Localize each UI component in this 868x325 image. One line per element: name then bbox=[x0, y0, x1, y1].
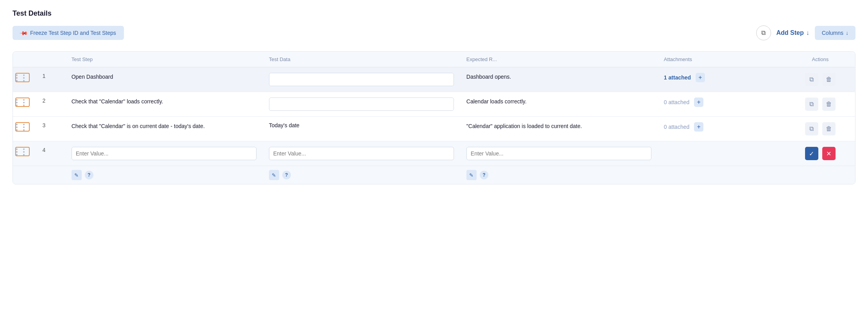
copy-step-button-3[interactable]: ⧉ bbox=[805, 122, 818, 135]
trash-icon-1: 🗑 bbox=[826, 76, 832, 83]
actions-cell-1: ⧉ 🗑 bbox=[786, 67, 855, 92]
close-icon: ✕ bbox=[826, 150, 831, 157]
table-row: 1 Open Dashboard Dashboard opens. 1 atta… bbox=[13, 67, 855, 92]
copy-icon-3: ⧉ bbox=[809, 125, 814, 132]
actions-cell-2: ⧉ 🗑 bbox=[786, 92, 855, 117]
columns-button[interactable]: Columns ↓ bbox=[815, 26, 855, 40]
data-cell-1[interactable] bbox=[263, 67, 460, 92]
footer-step-icons: ✎ ? bbox=[65, 166, 263, 184]
data-cell-2[interactable] bbox=[263, 92, 460, 117]
drag-handle-3[interactable] bbox=[15, 122, 30, 132]
step-cell-1: Open Dashboard bbox=[65, 67, 263, 92]
footer-edit-icon-expected[interactable]: ✎ bbox=[466, 170, 477, 180]
table-header-row: Test Step Test Data Expected R... Attach… bbox=[13, 52, 855, 67]
copy-icon: ⧉ bbox=[761, 29, 766, 36]
footer-drag bbox=[13, 166, 36, 184]
chevron-down-icon: ↓ bbox=[806, 29, 809, 36]
toolbar-right: ⧉ Add Step ↓ Columns ↓ bbox=[756, 25, 855, 40]
table-footer-row: ✎ ? ✎ ? bbox=[13, 166, 855, 184]
help-icon-step: ? bbox=[88, 172, 90, 178]
footer-help-data[interactable]: ? bbox=[282, 171, 291, 179]
drag-handle-1[interactable] bbox=[15, 73, 30, 82]
copy-icon-button[interactable]: ⧉ bbox=[756, 25, 771, 40]
col-header-attachments: Attachments bbox=[658, 52, 786, 67]
col-header-expected: Expected R... bbox=[460, 52, 658, 67]
data-cell-4[interactable] bbox=[263, 141, 460, 166]
expected-cell-3: "Calendar" application is loaded to curr… bbox=[460, 117, 658, 141]
delete-step-button-3[interactable]: 🗑 bbox=[822, 122, 836, 135]
col-header-step: Test Step bbox=[65, 52, 263, 67]
col-header-actions: Actions bbox=[786, 52, 855, 67]
copy-icon-1: ⧉ bbox=[809, 76, 814, 83]
new-step-input[interactable] bbox=[72, 147, 256, 160]
page-title: Test Details bbox=[13, 9, 855, 18]
col-header-num bbox=[36, 52, 65, 67]
delete-step-button-1[interactable]: 🗑 bbox=[822, 73, 836, 86]
confirm-new-row-button[interactable]: ✓ bbox=[805, 147, 818, 160]
new-data-input[interactable] bbox=[269, 147, 454, 160]
freeze-btn-label: Freeze Test Step ID and Test Steps bbox=[30, 30, 116, 36]
edit-icon-data: ✎ bbox=[272, 172, 276, 178]
footer-edit-icon-data[interactable]: ✎ bbox=[269, 170, 279, 180]
page-container: Test Details 📌 Freeze Test Step ID and T… bbox=[0, 0, 868, 325]
drag-cell-3 bbox=[13, 117, 36, 141]
copy-icon-2: ⧉ bbox=[809, 101, 814, 108]
checkmark-icon: ✓ bbox=[809, 150, 814, 157]
help-icon-expected: ? bbox=[482, 172, 485, 178]
actions-cell-3: ⧉ 🗑 bbox=[786, 117, 855, 141]
add-step-label: Add Step bbox=[777, 29, 804, 36]
expected-cell-2: Calendar loads correctly. bbox=[460, 92, 658, 117]
table-row: 4 ✓ bbox=[13, 141, 855, 166]
footer-expected-icons: ✎ ? bbox=[460, 166, 658, 184]
edit-icon-step: ✎ bbox=[74, 172, 79, 178]
test-steps-table: Test Step Test Data Expected R... Attach… bbox=[13, 51, 855, 184]
columns-label: Columns bbox=[822, 30, 843, 36]
freeze-button[interactable]: 📌 Freeze Test Step ID and Test Steps bbox=[13, 26, 124, 40]
actions-cell-4: ✓ ✕ bbox=[786, 141, 855, 166]
table-row: 2 Check that "Calendar" loads correctly.… bbox=[13, 92, 855, 117]
new-expected-input[interactable] bbox=[466, 147, 651, 160]
footer-help-expected[interactable]: ? bbox=[480, 171, 488, 179]
cancel-new-row-button[interactable]: ✕ bbox=[822, 147, 836, 160]
chevron-down-icon-columns: ↓ bbox=[846, 30, 848, 36]
row-num-3: 3 bbox=[36, 117, 65, 141]
drag-handle-4[interactable] bbox=[15, 147, 30, 156]
drag-cell-4 bbox=[13, 141, 36, 166]
delete-step-button-2[interactable]: 🗑 bbox=[822, 98, 836, 111]
trash-icon-2: 🗑 bbox=[826, 101, 832, 108]
copy-step-button-1[interactable]: ⧉ bbox=[805, 73, 818, 86]
footer-actions bbox=[786, 166, 855, 184]
col-header-drag bbox=[13, 52, 36, 67]
data-cell-3: Today's date bbox=[263, 117, 460, 141]
drag-handle-2[interactable] bbox=[15, 98, 30, 107]
data-input-2[interactable] bbox=[269, 98, 454, 111]
toolbar: 📌 Freeze Test Step ID and Test Steps ⧉ A… bbox=[13, 25, 855, 40]
drag-cell-2 bbox=[13, 92, 36, 117]
add-step-button[interactable]: Add Step ↓ bbox=[777, 29, 809, 36]
footer-attach bbox=[658, 166, 786, 184]
footer-help-step[interactable]: ? bbox=[85, 171, 93, 179]
table-row: 3 Check that "Calendar" is on current da… bbox=[13, 117, 855, 141]
trash-icon-3: 🗑 bbox=[826, 125, 832, 132]
attach-add-button-3[interactable]: + bbox=[694, 122, 703, 132]
footer-edit-icon-step[interactable]: ✎ bbox=[72, 170, 82, 180]
col-header-data: Test Data bbox=[263, 52, 460, 67]
data-input-1[interactable] bbox=[269, 73, 454, 86]
edit-icon-expected: ✎ bbox=[469, 172, 473, 178]
attach-add-button-1[interactable]: + bbox=[696, 73, 705, 82]
attach-add-button-2[interactable]: + bbox=[694, 98, 703, 107]
expected-cell-1: Dashboard opens. bbox=[460, 67, 658, 92]
attach-cell-4 bbox=[658, 141, 786, 166]
help-icon-data: ? bbox=[285, 172, 288, 178]
row-num-1: 1 bbox=[36, 67, 65, 92]
copy-step-button-2[interactable]: ⧉ bbox=[805, 98, 818, 111]
step-cell-4[interactable] bbox=[65, 141, 263, 166]
attach-cell-2: 0 attached + bbox=[658, 92, 786, 117]
step-cell-2: Check that "Calendar" loads correctly. bbox=[65, 92, 263, 117]
expected-cell-4[interactable] bbox=[460, 141, 658, 166]
row-num-2: 2 bbox=[36, 92, 65, 117]
attach-cell-1: 1 attached + bbox=[658, 67, 786, 92]
row-num-4: 4 bbox=[36, 141, 65, 166]
pin-icon: 📌 bbox=[19, 28, 28, 37]
drag-cell-1 bbox=[13, 67, 36, 92]
